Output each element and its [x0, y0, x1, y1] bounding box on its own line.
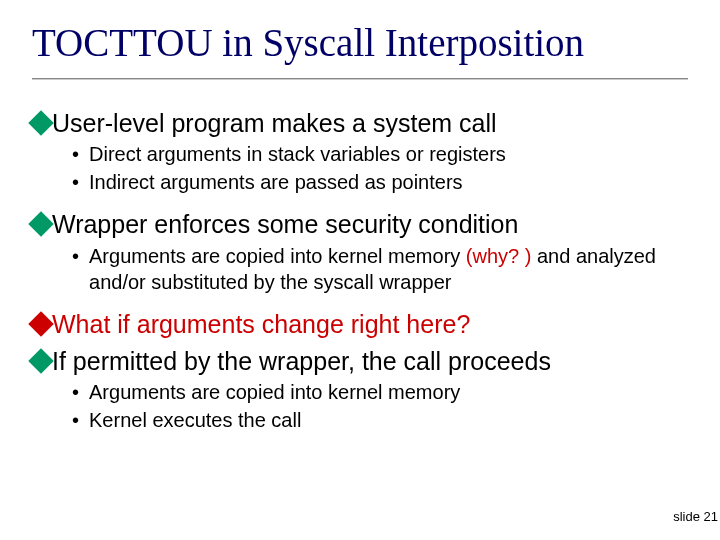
diamond-bullet-icon	[28, 212, 53, 237]
title-separator	[32, 78, 688, 80]
sub-bullet-item: • Arguments are copied into kernel memor…	[72, 243, 692, 295]
sub-bullet-text: Direct arguments in stack variables or r…	[89, 141, 506, 167]
bullet-item: What if arguments change right here?	[32, 309, 692, 340]
dot-bullet-icon: •	[72, 141, 79, 167]
sub-bullet-item: • Kernel executes the call	[72, 407, 692, 433]
sub-bullet-item: • Indirect arguments are passed as point…	[72, 169, 692, 195]
slide-number: slide 21	[673, 509, 718, 524]
bullet-item: User-level program makes a system call	[32, 108, 692, 139]
bullet-text: If permitted by the wrapper, the call pr…	[52, 346, 551, 377]
dot-bullet-icon: •	[72, 379, 79, 405]
slide-title: TOCTTOU in Syscall Interposition	[32, 20, 584, 65]
slide-body: User-level program makes a system call •…	[32, 100, 692, 435]
sub-bullet-item: • Direct arguments in stack variables or…	[72, 141, 692, 167]
sub-bullet-text: Indirect arguments are passed as pointer…	[89, 169, 463, 195]
sub-bullet-text: Kernel executes the call	[89, 407, 301, 433]
bullet-item: Wrapper enforces some security condition	[32, 209, 692, 240]
diamond-bullet-icon	[28, 348, 53, 373]
diamond-bullet-icon	[28, 110, 53, 135]
bullet-text: What if arguments change right here?	[52, 309, 470, 340]
dot-bullet-icon: •	[72, 407, 79, 433]
sub-bullet-text: Arguments are copied into kernel memory …	[89, 243, 692, 295]
diamond-bullet-icon	[28, 311, 53, 336]
dot-bullet-icon: •	[72, 169, 79, 195]
dot-bullet-icon: •	[72, 243, 79, 269]
bullet-item: If permitted by the wrapper, the call pr…	[32, 346, 692, 377]
slide: TOCTTOU in Syscall Interposition User-le…	[0, 0, 720, 540]
sub-bullet-item: • Arguments are copied into kernel memor…	[72, 379, 692, 405]
bullet-text: Wrapper enforces some security condition	[52, 209, 518, 240]
sub-bullet-text: Arguments are copied into kernel memory	[89, 379, 460, 405]
bullet-text: User-level program makes a system call	[52, 108, 497, 139]
